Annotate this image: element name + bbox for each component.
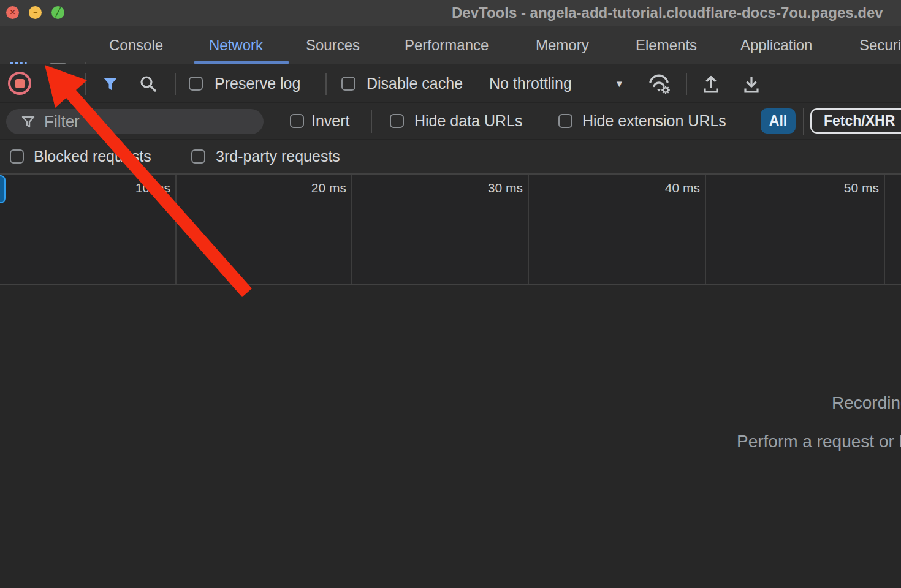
network-filter-bar: Invert Hide data URLs Hide extension URL… xyxy=(0,103,901,140)
tab-elements[interactable]: Elements xyxy=(636,26,697,64)
timeline-gridline xyxy=(351,175,352,284)
timeline-tick-label: 10 ms xyxy=(103,181,170,195)
filter-chip-fetch-xhr[interactable]: Fetch/XHR xyxy=(810,108,901,134)
tab-application[interactable]: Application xyxy=(740,26,812,64)
tab-sources[interactable]: Sources xyxy=(306,26,360,64)
minimize-glyph: − xyxy=(33,6,37,19)
timeline-gridline xyxy=(175,175,177,284)
invert-label: Invert xyxy=(311,103,350,139)
close-window-icon[interactable]: ✕ xyxy=(6,6,19,19)
export-har-icon[interactable] xyxy=(741,73,762,95)
blocked-requests-checkbox[interactable] xyxy=(10,149,24,164)
request-filters-row: Blocked requests 3rd-party requests xyxy=(0,140,901,173)
hide-extension-urls-label: Hide extension URLs xyxy=(582,103,726,139)
throttling-select[interactable]: No throttling xyxy=(489,64,572,102)
search-icon[interactable] xyxy=(139,75,158,93)
record-stop-square xyxy=(15,79,25,88)
active-tab-underline xyxy=(194,61,289,64)
import-har-icon[interactable] xyxy=(701,73,721,95)
titlebar: ✕ − ╱ DevTools - angela-add-tutorial.clo… xyxy=(0,0,901,26)
tab-security[interactable]: Security xyxy=(859,26,901,64)
record-network-log-button[interactable] xyxy=(8,72,31,95)
disable-cache-label: Disable cache xyxy=(367,64,463,102)
timeline-gridline xyxy=(884,175,885,284)
preserve-log-label: Preserve log xyxy=(215,64,300,102)
window-title: DevTools - angela-add-tutorial.cloudflar… xyxy=(452,0,883,26)
tab-console[interactable]: Console xyxy=(109,26,163,64)
close-glyph: ✕ xyxy=(9,6,15,19)
timeline-tick-label: 50 ms xyxy=(812,181,879,195)
filter-chip-all[interactable]: All xyxy=(761,108,796,134)
timeline-selection-handle[interactable] xyxy=(0,175,6,203)
recording-status-text: Recording network activity… xyxy=(832,393,901,413)
divider xyxy=(803,108,804,135)
timeline-tick-label: 30 ms xyxy=(455,181,523,195)
disable-cache-checkbox[interactable] xyxy=(341,77,355,91)
filter-input-wrap xyxy=(6,109,264,134)
hide-data-urls-label: Hide data URLs xyxy=(414,103,522,139)
third-party-requests-label: 3rd-party requests xyxy=(216,140,340,173)
filter-input[interactable] xyxy=(6,109,264,134)
hide-data-urls-checkbox[interactable] xyxy=(390,114,404,128)
timeline-gridline xyxy=(705,175,706,284)
divider xyxy=(85,73,86,95)
tab-memory[interactable]: Memory xyxy=(536,26,589,64)
chevron-down-icon[interactable]: ▼ xyxy=(615,64,624,102)
third-party-requests-checkbox[interactable] xyxy=(191,149,205,164)
filter-toggle-icon[interactable] xyxy=(102,75,119,92)
tab-network[interactable]: Network xyxy=(209,26,263,64)
timeline-tick-label: 20 ms xyxy=(279,181,346,195)
divider xyxy=(371,110,372,133)
network-toolbar: Preserve log Disable cache No throttling… xyxy=(0,64,901,103)
blocked-requests-label: Blocked requests xyxy=(34,140,151,173)
divider xyxy=(175,73,176,95)
tab-performance[interactable]: Performance xyxy=(405,26,489,64)
network-request-list-empty: Recording network activity… Perform a re… xyxy=(0,285,901,588)
minimize-window-icon[interactable]: − xyxy=(29,6,42,19)
zoom-window-icon[interactable]: ╱ xyxy=(51,6,64,19)
perform-request-hint-text: Perform a request or hit ⌘ R to record t… xyxy=(737,431,901,451)
devtools-tabbar: Console Network Sources Performance Memo… xyxy=(0,26,901,64)
timeline-tick-label: 40 ms xyxy=(633,181,700,195)
invert-checkbox[interactable] xyxy=(290,114,304,128)
divider xyxy=(325,73,327,95)
zoom-glyph: ╱ xyxy=(55,6,60,19)
network-conditions-icon[interactable] xyxy=(647,73,674,96)
devtools-window: ✕ − ╱ DevTools - angela-add-tutorial.clo… xyxy=(0,0,901,588)
divider xyxy=(686,73,687,95)
hide-extension-urls-checkbox[interactable] xyxy=(558,114,572,128)
clear-network-log-icon[interactable] xyxy=(51,76,67,92)
timeline-gridline xyxy=(528,175,529,284)
timeline-overview[interactable]: 10 ms 20 ms 30 ms 40 ms 50 ms xyxy=(0,173,901,285)
preserve-log-checkbox[interactable] xyxy=(189,77,203,91)
